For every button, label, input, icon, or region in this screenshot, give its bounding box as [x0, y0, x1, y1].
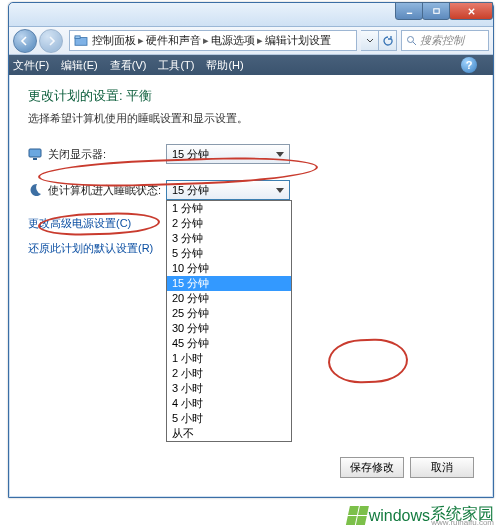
- breadcrumb-root[interactable]: 控制面板: [92, 33, 136, 48]
- save-button[interactable]: 保存修改: [340, 457, 404, 478]
- svg-rect-8: [29, 149, 41, 157]
- page-content: 更改计划的设置: 平衡 选择希望计算机使用的睡眠设置和显示设置。 关闭显示器: …: [10, 75, 492, 496]
- sleep-option[interactable]: 15 分钟: [167, 276, 291, 291]
- sleep-option[interactable]: 4 小时: [167, 396, 291, 411]
- sleep-value: 15 分钟: [172, 183, 209, 198]
- monitor-icon: [28, 147, 42, 161]
- help-icon[interactable]: ?: [461, 57, 477, 73]
- sleep-option[interactable]: 25 分钟: [167, 306, 291, 321]
- sleep-option[interactable]: 45 分钟: [167, 336, 291, 351]
- menu-view[interactable]: 查看(V): [110, 58, 147, 73]
- search-input[interactable]: 搜索控制: [401, 30, 489, 51]
- sleep-option[interactable]: 2 小时: [167, 366, 291, 381]
- sleep-option[interactable]: 3 分钟: [167, 231, 291, 246]
- page-title: 更改计划的设置: 平衡: [28, 87, 474, 105]
- breadcrumb-dropdown-button[interactable]: [361, 30, 379, 51]
- menu-tools[interactable]: 工具(T): [158, 58, 194, 73]
- chevron-right-icon: ▸: [257, 34, 263, 47]
- cancel-button[interactable]: 取消: [410, 457, 474, 478]
- chevron-down-icon: [276, 188, 284, 193]
- annotation-ellipse: [327, 338, 408, 385]
- search-placeholder: 搜索控制: [420, 33, 464, 48]
- minimize-button[interactable]: [395, 2, 423, 20]
- breadcrumb-item[interactable]: 硬件和声音: [146, 33, 201, 48]
- sleep-option[interactable]: 2 分钟: [167, 216, 291, 231]
- svg-line-7: [413, 42, 416, 45]
- refresh-button[interactable]: [379, 30, 397, 51]
- sleep-option[interactable]: 3 小时: [167, 381, 291, 396]
- sleep-option[interactable]: 5 分钟: [167, 246, 291, 261]
- breadcrumb-item[interactable]: 电源选项: [211, 33, 255, 48]
- close-button[interactable]: [449, 2, 493, 20]
- menu-edit[interactable]: 编辑(E): [61, 58, 98, 73]
- sleep-option[interactable]: 1 分钟: [167, 201, 291, 216]
- display-off-combo[interactable]: 15 分钟: [166, 144, 290, 164]
- display-off-label: 关闭显示器:: [48, 147, 166, 162]
- watermark: windows系统家园 www.ruihaifu.com: [347, 504, 494, 525]
- chevron-down-icon: [276, 152, 284, 157]
- sleep-option[interactable]: 5 小时: [167, 411, 291, 426]
- sleep-combo[interactable]: 15 分钟 1 分钟2 分钟3 分钟5 分钟10 分钟15 分钟20 分钟25 …: [166, 180, 290, 200]
- svg-rect-1: [433, 8, 438, 13]
- page-subtitle: 选择希望计算机使用的睡眠设置和显示设置。: [28, 111, 474, 126]
- display-off-value: 15 分钟: [172, 147, 209, 162]
- sleep-option[interactable]: 20 分钟: [167, 291, 291, 306]
- sleep-option[interactable]: 1 小时: [167, 351, 291, 366]
- nav-toolbar: 控制面板 ▸ 硬件和声音 ▸ 电源选项 ▸ 编辑计划设置 搜索控制: [9, 27, 493, 55]
- search-icon: [406, 35, 417, 46]
- menu-bar: 文件(F) 编辑(E) 查看(V) 工具(T) 帮助(H) ?: [9, 55, 493, 75]
- watermark-brand: indows: [380, 507, 430, 525]
- sleep-dropdown[interactable]: 1 分钟2 分钟3 分钟5 分钟10 分钟15 分钟20 分钟25 分钟30 分…: [166, 200, 292, 442]
- back-button[interactable]: [13, 29, 37, 53]
- menu-help[interactable]: 帮助(H): [206, 58, 243, 73]
- control-panel-icon: [74, 35, 88, 47]
- maximize-button[interactable]: [422, 2, 450, 20]
- breadcrumb[interactable]: 控制面板 ▸ 硬件和声音 ▸ 电源选项 ▸ 编辑计划设置: [69, 30, 357, 51]
- explorer-window: 控制面板 ▸ 硬件和声音 ▸ 电源选项 ▸ 编辑计划设置 搜索控制 文件(F) …: [8, 2, 494, 498]
- sleep-option[interactable]: 30 分钟: [167, 321, 291, 336]
- titlebar: [9, 3, 493, 27]
- sleep-option[interactable]: 从不: [167, 426, 291, 441]
- window-controls: [396, 2, 493, 20]
- svg-point-6: [408, 37, 414, 43]
- row-display-off: 关闭显示器: 15 分钟: [28, 144, 474, 164]
- menu-file[interactable]: 文件(F): [13, 58, 49, 73]
- sleep-option[interactable]: 10 分钟: [167, 261, 291, 276]
- breadcrumb-item[interactable]: 编辑计划设置: [265, 33, 331, 48]
- svg-rect-5: [75, 35, 80, 38]
- moon-icon: [28, 183, 42, 197]
- forward-button[interactable]: [39, 29, 63, 53]
- watermark-url: www.ruihaifu.com: [431, 518, 494, 527]
- windows-logo-icon: [344, 505, 368, 525]
- chevron-right-icon: ▸: [203, 34, 209, 47]
- chevron-right-icon: ▸: [138, 34, 144, 47]
- svg-rect-9: [33, 158, 37, 160]
- button-row: 保存修改 取消: [340, 457, 474, 478]
- row-sleep: 使计算机进入睡眠状态: 15 分钟 1 分钟2 分钟3 分钟5 分钟10 分钟1…: [28, 180, 474, 200]
- sleep-label: 使计算机进入睡眠状态:: [48, 183, 166, 198]
